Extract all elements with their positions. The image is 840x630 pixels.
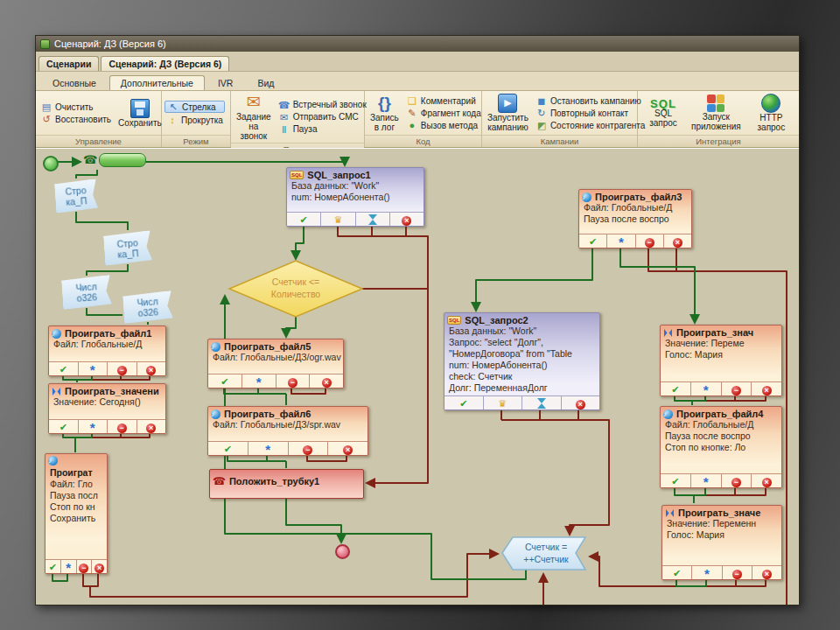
save-button[interactable]: Сохранить	[116, 98, 164, 129]
start-node[interactable]	[43, 156, 59, 172]
call-method-button[interactable]: ●Вызов метода	[404, 120, 483, 130]
variable-node-stroka2[interactable]: Строка_П	[103, 230, 152, 266]
http-request-button[interactable]: HTTP запрос	[746, 93, 796, 133]
pause-button[interactable]: ‖Пауза	[276, 124, 368, 135]
asterisk-icon: *	[265, 442, 270, 456]
port-interrupt[interactable]: *	[79, 362, 108, 375]
variable-node-chislo1[interactable]: Число326	[61, 275, 112, 310]
comment-button[interactable]: ❑Комментарий	[404, 95, 483, 106]
variable-node-stroka1[interactable]: Строка_П	[54, 178, 98, 213]
port-success[interactable]: ✔	[579, 234, 607, 248]
port-no-answer[interactable]: −	[722, 474, 752, 487]
variable-node-chislo2[interactable]: Число326	[122, 290, 173, 324]
port-success[interactable]: ✔	[661, 382, 691, 396]
node-sql-query-1[interactable]: SQLSQL_запрос1 База данных: "Work" num: …	[286, 167, 424, 227]
node-play-value-3[interactable]: Проиграть_значе Значение: Переменн Голос…	[662, 505, 782, 580]
log-button[interactable]: {}Запись в лог	[368, 93, 402, 133]
port-error[interactable]: ×	[328, 442, 368, 455]
port-interrupt[interactable]: *	[242, 374, 276, 388]
crown-icon: ♛	[498, 398, 507, 409]
port-no-answer[interactable]: −	[722, 382, 752, 396]
port-no-answer[interactable]: −	[77, 560, 93, 573]
port-success[interactable]: ✔	[208, 442, 248, 455]
port-error[interactable]: ×	[752, 382, 781, 396]
node-sql-query-2[interactable]: SQLSQL_запрос2 База данных: "Work" Запро…	[444, 312, 600, 410]
node-play-file-1[interactable]: ♪Проиграть_файл1 Файл: Глобальные/Д ✔*−×	[48, 326, 166, 376]
tab-scenario-dz[interactable]: Сценарий: ДЗ (Версия 6)	[101, 56, 229, 71]
asterisk-icon: *	[704, 474, 709, 488]
port-interrupt[interactable]: *	[248, 442, 289, 455]
port-interrupt[interactable]: *	[692, 566, 722, 579]
port-success[interactable]: ✔	[46, 560, 61, 573]
check-icon: ✔	[220, 376, 228, 387]
port-success[interactable]: ✔	[661, 474, 691, 487]
repeat-contact-button[interactable]: ↻Повторный контакт	[534, 108, 648, 118]
port-error[interactable]: ×	[752, 474, 781, 487]
play-file-icon: ♪	[211, 410, 220, 419]
clear-button[interactable]: ▤Очистить	[38, 102, 113, 112]
port-success[interactable]: ✔	[49, 362, 79, 375]
call-task-button[interactable]: ✉Задание на звонок	[234, 92, 274, 142]
port-no-answer[interactable]: −	[108, 362, 137, 375]
port-error[interactable]: ×	[752, 566, 781, 579]
incoming-call-node[interactable]: ☎	[83, 153, 146, 167]
port-success[interactable]: ✔	[208, 374, 242, 388]
ribbon-tab-view[interactable]: Вид	[246, 75, 285, 90]
port-no-answer[interactable]: −	[636, 234, 664, 248]
port-no-answer[interactable]: −	[276, 374, 311, 388]
port-interrupt[interactable]: *	[607, 234, 635, 248]
port-no-answer[interactable]: −	[289, 442, 329, 455]
restore-button[interactable]: ↺Восстановить	[38, 114, 113, 124]
node-play-value-1[interactable]: Проиграть_значени Значение: Сегодня() ✔*…	[48, 383, 166, 434]
code-fragment-button[interactable]: ✎Фрагмент кода	[404, 108, 483, 118]
node-play-file-tall[interactable]: ♪ Проиграт Файл: Гло Пауза посл Стоп по …	[45, 453, 108, 574]
port-timeout[interactable]	[356, 213, 390, 226]
node-play-file-5[interactable]: ♪Проиграть_файл5 Файл: Глобальные/ДЗ/ogr…	[207, 339, 344, 388]
node-hangup[interactable]: ☎Положить_трубку1	[209, 469, 364, 499]
contractor-state-button[interactable]: ◩Состояние контрагента	[534, 120, 648, 130]
node-play-file-6[interactable]: ♪Проиграть_файл6 Файл: Глобальные/ДЗ/spr…	[207, 406, 368, 456]
port-timeout[interactable]	[522, 396, 562, 410]
incoming-call-button[interactable]: ☎Встречный звонок	[276, 100, 368, 110]
sql-query-button[interactable]: SQLSQL запрос	[640, 98, 686, 129]
port-interrupt[interactable]: *	[691, 382, 722, 396]
send-sms-button[interactable]: ✉Отправить СМС	[276, 112, 368, 122]
port-error[interactable]: ×	[92, 560, 107, 573]
start-campaign-button[interactable]: ▶Запустить кампанию	[485, 93, 531, 133]
node-play-value-2[interactable]: Проиграть_знач Значение: Переме Голос: М…	[660, 325, 782, 396]
title-bar[interactable]: Сценарий: ДЗ (Версия 6)	[36, 36, 799, 52]
port-error[interactable]: ×	[137, 420, 166, 433]
arrow-mode-button[interactable]: ↖Стрелка	[164, 101, 225, 113]
stop-campaign-button[interactable]: ◼Остановить кампанию	[534, 95, 648, 106]
port-interrupt[interactable]: *	[691, 474, 722, 487]
port-interrupt[interactable]: *	[79, 420, 108, 433]
condition-diamond[interactable]: Счетчик <= Количество	[229, 261, 362, 317]
port-error[interactable]: ×	[137, 362, 166, 375]
port-success[interactable]: ✔	[287, 213, 321, 226]
port-interrupt[interactable]: *	[61, 560, 77, 573]
port-success[interactable]: ✔	[49, 420, 79, 433]
port-success[interactable]: ✔	[444, 396, 484, 410]
counter-node[interactable]: Счетчик = ++Счетчик	[502, 537, 585, 570]
ribbon-tab-main[interactable]: Основные	[41, 75, 108, 90]
group-label-mode: Режим	[162, 135, 230, 147]
port-error[interactable]: ×	[390, 213, 424, 226]
tab-scenarios[interactable]: Сценарии	[38, 56, 99, 71]
port-no-answer[interactable]: −	[723, 566, 752, 579]
node-play-file-3[interactable]: ♪Проиграть_файл3 Файл: Глобальные/Д Пауз…	[578, 189, 692, 248]
puzzle-icon	[707, 94, 724, 112]
port-no-answer[interactable]: −	[108, 420, 137, 433]
ribbon-tab-additional[interactable]: Дополнительные	[109, 75, 205, 90]
port-success[interactable]: ✔	[662, 566, 692, 579]
scroll-mode-button[interactable]: ↕Прокрутка	[164, 115, 225, 125]
node-play-file-4[interactable]: ♪Проиграть_файл4 Файл: Глобальные/Д Пауз…	[660, 406, 782, 488]
scenario-canvas[interactable]: Счетчик <= Количество Счетчик = ++Счетчи…	[36, 148, 799, 605]
end-node[interactable]	[335, 544, 350, 559]
port-empty-result[interactable]: ♛	[321, 213, 355, 226]
port-error[interactable]: ×	[562, 396, 600, 410]
port-error[interactable]: ×	[310, 374, 343, 388]
ribbon-tab-ivr[interactable]: IVR	[206, 75, 245, 90]
port-empty-result[interactable]: ♛	[484, 396, 523, 410]
port-error[interactable]: ×	[664, 234, 691, 248]
run-app-button[interactable]: Запуск приложения	[689, 94, 744, 132]
